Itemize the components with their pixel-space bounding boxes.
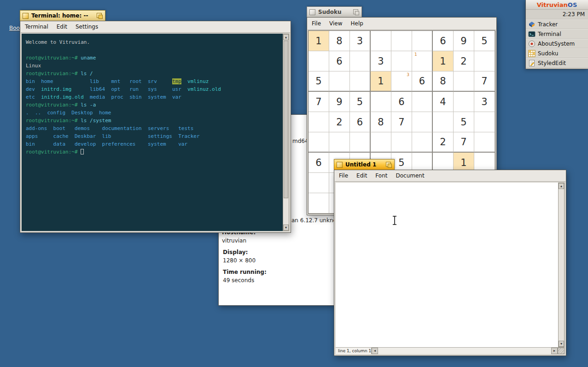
text-editor-area[interactable]	[336, 183, 558, 347]
sudoku-cell-r1c5[interactable]	[391, 31, 412, 51]
sudoku-cell-r4c9[interactable]: 3	[474, 92, 495, 112]
sudoku-cell-r3c6[interactable]: 6	[412, 71, 433, 92]
menu-item-settings[interactable]: Settings	[71, 22, 102, 32]
sudoku-cell-r5c1[interactable]	[309, 112, 329, 132]
sudoku-cell-r6c7[interactable]: 2	[433, 132, 454, 153]
sudoku-cell-r2c8[interactable]: 2	[454, 51, 474, 71]
deskbar-item-terminal[interactable]: Terminal	[526, 29, 588, 39]
sudoku-cell-r2c2[interactable]: 6	[329, 51, 350, 71]
sudoku-cell-r3c4[interactable]: 1	[371, 71, 391, 92]
sudoku-cell-r3c2[interactable]	[329, 71, 350, 92]
sudoku-cell-r1c3[interactable]: 3	[350, 31, 371, 51]
deskbar-item-stylededit[interactable]: StyledEdit	[526, 58, 588, 68]
sudoku-cell-r5c7[interactable]	[433, 112, 454, 132]
sudoku-cell-r6c2[interactable]	[329, 132, 350, 153]
menu-item-font[interactable]: Font	[371, 171, 391, 181]
scroll-up-arrow-icon[interactable]: ▴	[283, 34, 289, 40]
sudoku-cell-r4c4[interactable]	[371, 92, 391, 112]
sudoku-cell-r2c7[interactable]: 1	[433, 51, 454, 71]
terminal-window-tab[interactable]: Terminal: home: --	[20, 10, 105, 21]
zoom-button[interactable]	[97, 13, 103, 19]
sudoku-cell-r5c6[interactable]	[412, 112, 433, 132]
sudoku-cell-r8c1[interactable]	[309, 173, 329, 193]
sudoku-cell-r9c1[interactable]	[309, 193, 329, 213]
zoom-button[interactable]	[386, 162, 392, 168]
sudoku-cell-r4c1[interactable]: 7	[309, 92, 329, 112]
scrollbar-thumb[interactable]	[284, 41, 288, 198]
stylededit-vertical-scrollbar[interactable]: ▴ ▾	[558, 183, 565, 347]
sudoku-cell-r2c6[interactable]: 1	[412, 51, 433, 71]
sudoku-cell-r1c8[interactable]: 9	[454, 31, 474, 51]
terminal-line: apps cache Deskbar lib settings Tracker	[26, 132, 283, 140]
deskbar-item-sudoku[interactable]: Sudoku	[526, 48, 588, 58]
deskbar-item-tracker[interactable]: Tracker	[526, 19, 588, 29]
sudoku-cell-r1c9[interactable]: 5	[474, 31, 495, 51]
sudoku-cell-r2c9[interactable]	[474, 51, 495, 71]
close-button[interactable]	[23, 13, 29, 19]
close-button[interactable]	[337, 162, 343, 168]
sudoku-cell-r4c8[interactable]	[454, 92, 474, 112]
sudoku-cell-r6c6[interactable]	[412, 132, 433, 153]
sudoku-cell-r6c3[interactable]	[350, 132, 371, 153]
menu-item-edit[interactable]: Edit	[52, 22, 71, 32]
sudoku-cell-r3c3[interactable]	[350, 71, 371, 92]
close-button[interactable]	[309, 9, 315, 15]
scroll-right-arrow-icon[interactable]: ▸	[551, 348, 558, 354]
scroll-left-arrow-icon[interactable]: ◂	[372, 348, 378, 354]
sudoku-cell-r4c3[interactable]: 5	[350, 92, 371, 112]
sudoku-menubar: FileViewHelp	[308, 18, 496, 30]
menu-item-view[interactable]: View	[325, 18, 346, 29]
menu-item-document[interactable]: Document	[391, 171, 428, 181]
sudoku-cell-r4c2[interactable]: 9	[329, 92, 350, 112]
menu-item-edit[interactable]: Edit	[352, 171, 371, 181]
sudoku-cell-r5c2[interactable]: 2	[329, 112, 350, 132]
scroll-down-arrow-icon[interactable]: ▾	[283, 225, 289, 231]
sudoku-cell-r5c5[interactable]: 7	[391, 112, 412, 132]
sudoku-cell-r7c1[interactable]: 6	[309, 153, 329, 173]
menu-item-file[interactable]: File	[308, 18, 325, 29]
sudoku-cell-r5c4[interactable]: 8	[371, 112, 391, 132]
deskbar-item-aboutsystem[interactable]: AboutSystem	[526, 39, 588, 48]
sudoku-cell-r2c1[interactable]	[309, 51, 329, 71]
sudoku-cell-r3c1[interactable]: 5	[309, 71, 329, 92]
sudoku-icon	[528, 50, 536, 57]
sudoku-cell-r6c5[interactable]	[391, 132, 412, 153]
sudoku-cell-r2c3[interactable]	[350, 51, 371, 71]
stylededit-horizontal-scrollbar[interactable]	[378, 348, 551, 354]
scroll-down-arrow-icon[interactable]: ▾	[559, 341, 564, 347]
sudoku-window-tab[interactable]: Sudoku	[307, 6, 362, 17]
sudoku-cell-r6c8[interactable]: 7	[454, 132, 474, 153]
sudoku-cell-r3c5[interactable]: 3	[391, 71, 412, 92]
sudoku-cell-r5c9[interactable]	[474, 112, 495, 132]
sudoku-cell-r6c1[interactable]	[309, 132, 329, 153]
sudoku-cell-r3c9[interactable]: 7	[474, 71, 495, 92]
sudoku-cell-r2c5[interactable]	[391, 51, 412, 71]
sudoku-cell-r2c4[interactable]: 3	[371, 51, 391, 71]
sudoku-cell-r1c7[interactable]: 6	[433, 31, 454, 51]
sudoku-cell-r1c6[interactable]	[412, 31, 433, 51]
sudoku-cell-r1c4[interactable]	[371, 31, 391, 51]
scroll-up-arrow-icon[interactable]: ▴	[559, 183, 564, 189]
sudoku-cell-r4c7[interactable]: 4	[433, 92, 454, 112]
terminal-vertical-scrollbar[interactable]: ▴ ▾	[283, 34, 289, 231]
deskbar-clock[interactable]: 2:23 PM	[526, 10, 588, 19]
sudoku-cell-r3c7[interactable]: 8	[433, 71, 454, 92]
sudoku-cell-r1c2[interactable]: 8	[329, 31, 350, 51]
sudoku-cell-r4c5[interactable]: 6	[391, 92, 412, 112]
sudoku-cell-r6c9[interactable]	[474, 132, 495, 153]
sudoku-cell-r5c3[interactable]: 6	[350, 112, 371, 132]
zoom-button[interactable]	[353, 9, 359, 15]
sudoku-cell-r6c4[interactable]	[371, 132, 391, 153]
sudoku-cell-r1c1[interactable]: 1	[309, 31, 329, 51]
menu-item-terminal[interactable]: Terminal	[21, 22, 52, 32]
sudoku-cell-r4c6[interactable]	[412, 92, 433, 112]
menu-item-file[interactable]: File	[335, 171, 352, 181]
sudoku-cell-r3c8[interactable]	[454, 71, 474, 92]
sudoku-cell-r5c8[interactable]: 5	[454, 112, 474, 132]
window-resize-grip[interactable]	[558, 348, 565, 354]
terminal-output[interactable]: Welcome to Vitruvian. root@vitruvian:~# …	[22, 34, 283, 231]
desktop-icon-label[interactable]: Boo	[9, 25, 20, 31]
menu-item-help[interactable]: Help	[347, 18, 367, 29]
stylededit-window-tab[interactable]: Untitled 1	[334, 159, 395, 170]
deskbar-menu[interactable]: VitruvianOS	[526, 0, 588, 10]
